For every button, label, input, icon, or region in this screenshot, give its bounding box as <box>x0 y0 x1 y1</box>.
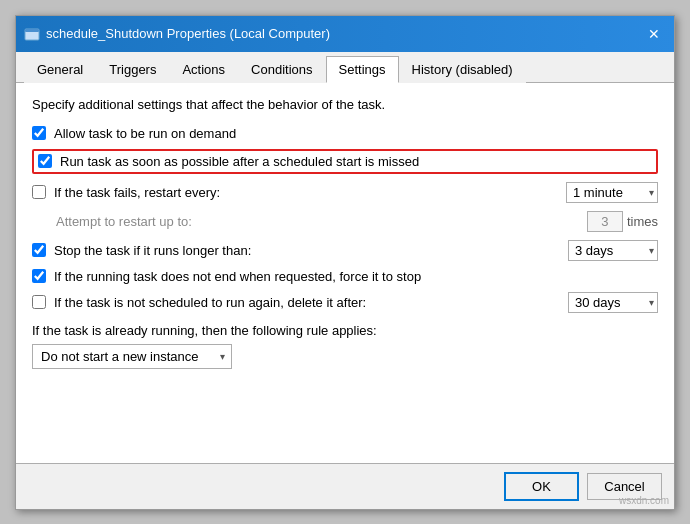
run-asap-label: Run task as soon as possible after a sch… <box>60 154 419 169</box>
window-icon <box>24 26 40 42</box>
tab-history[interactable]: History (disabled) <box>399 56 526 83</box>
close-button[interactable]: ✕ <box>642 22 666 46</box>
title-bar: schedule_Shutdown Properties (Local Comp… <box>16 16 674 52</box>
force-stop-checkbox[interactable] <box>32 269 46 283</box>
option-delete-after: If the task is not scheduled to run agai… <box>32 292 658 313</box>
dialog-window: schedule_Shutdown Properties (Local Comp… <box>15 15 675 510</box>
running-rule-dropdown-value: Do not start a new instance <box>41 349 199 364</box>
restart-every-dropdown-wrapper: 1 minute 5 minutes 10 minutes 15 minutes… <box>566 182 658 203</box>
delete-after-dropdown[interactable]: 30 days 60 days 90 days <box>568 292 658 313</box>
tab-actions[interactable]: Actions <box>169 56 238 83</box>
if-fails-restart-checkbox[interactable] <box>32 185 46 199</box>
attempt-restart-input[interactable] <box>587 211 623 232</box>
attempt-restart-control: times <box>587 211 658 232</box>
stop-longer-control: 1 hour 2 hours 1 day 3 days 1 week <box>568 240 658 261</box>
force-stop-label: If the running task does not end when re… <box>54 269 658 284</box>
delete-after-label: If the task is not scheduled to run agai… <box>54 295 560 310</box>
settings-content: Specify additional settings that affect … <box>16 83 674 463</box>
option-allow-run-demand: Allow task to be run on demand <box>32 126 658 141</box>
option-stop-longer: Stop the task if it runs longer than: 1 … <box>32 240 658 261</box>
option-force-stop: If the running task does not end when re… <box>32 269 658 284</box>
stop-longer-dropdown-wrapper: 1 hour 2 hours 1 day 3 days 1 week <box>568 240 658 261</box>
ok-button[interactable]: OK <box>504 472 579 501</box>
if-fails-restart-label: If the task fails, restart every: <box>54 185 558 200</box>
description-text: Specify additional settings that affect … <box>32 97 658 112</box>
allow-run-demand-checkbox[interactable] <box>32 126 46 140</box>
tab-general[interactable]: General <box>24 56 96 83</box>
attempt-restart-label: Attempt to restart up to: <box>56 214 579 229</box>
delete-after-control: 30 days 60 days 90 days <box>568 292 658 313</box>
restart-every-dropdown[interactable]: 1 minute 5 minutes 10 minutes 15 minutes… <box>566 182 658 203</box>
run-asap-checkbox[interactable] <box>38 154 52 168</box>
stop-longer-dropdown[interactable]: 1 hour 2 hours 1 day 3 days 1 week <box>568 240 658 261</box>
option-if-fails-restart: If the task fails, restart every: 1 minu… <box>32 182 658 203</box>
stop-longer-checkbox[interactable] <box>32 243 46 257</box>
option-run-asap-row: Run task as soon as possible after a sch… <box>32 149 658 174</box>
tab-conditions[interactable]: Conditions <box>238 56 325 83</box>
option-attempt-restart: Attempt to restart up to: times <box>56 211 658 232</box>
title-bar-left: schedule_Shutdown Properties (Local Comp… <box>24 26 330 42</box>
tab-triggers[interactable]: Triggers <box>96 56 169 83</box>
times-label: times <box>627 214 658 229</box>
stop-longer-label: Stop the task if it runs longer than: <box>54 243 560 258</box>
running-rule-label: If the task is already running, then the… <box>32 323 658 338</box>
running-rule-dropdown-wrapper[interactable]: Do not start a new instance <box>32 344 232 369</box>
cancel-button[interactable]: Cancel <box>587 473 662 500</box>
tab-bar: General Triggers Actions Conditions Sett… <box>16 52 674 83</box>
delete-after-checkbox[interactable] <box>32 295 46 309</box>
tab-settings[interactable]: Settings <box>326 56 399 83</box>
window-title: schedule_Shutdown Properties (Local Comp… <box>46 26 330 41</box>
allow-run-demand-label: Allow task to be run on demand <box>54 126 658 141</box>
delete-after-dropdown-wrapper: 30 days 60 days 90 days <box>568 292 658 313</box>
restart-every-control: 1 minute 5 minutes 10 minutes 15 minutes… <box>566 182 658 203</box>
dialog-footer: OK Cancel <box>16 463 674 509</box>
svg-rect-1 <box>25 29 39 32</box>
